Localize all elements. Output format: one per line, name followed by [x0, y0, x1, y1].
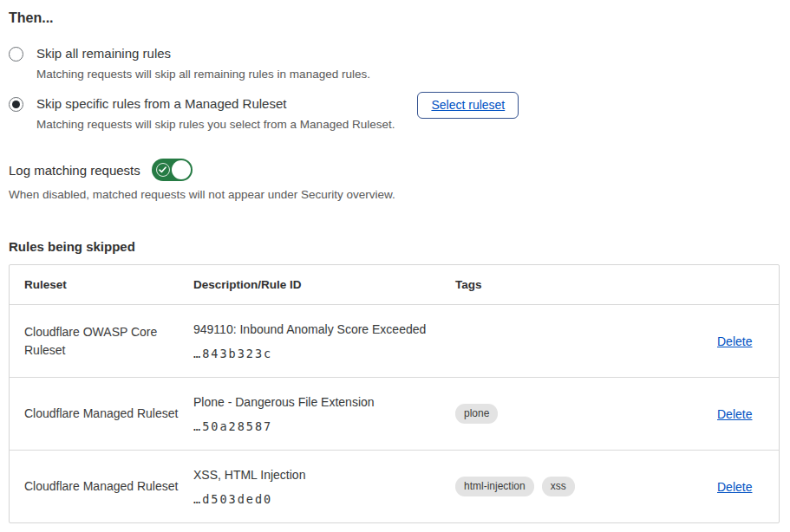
table-row: Cloudflare OWASP Core Ruleset 949110: In… — [10, 304, 779, 377]
radio-skip-all-remaining[interactable] — [9, 47, 23, 62]
rule-id: …50a28587 — [193, 419, 441, 433]
radio-skip-specific[interactable] — [9, 97, 23, 112]
table-row: Cloudflare Managed Ruleset XSS, HTML Inj… — [10, 450, 779, 522]
select-ruleset-button[interactable]: Select ruleset — [417, 92, 519, 119]
then-heading: Then... — [9, 10, 780, 26]
log-toggle[interactable] — [152, 159, 193, 181]
column-header-description: Description/Rule ID — [193, 278, 455, 291]
option-skip-all-remaining-rules: Skip all remaining rules Matching reques… — [9, 45, 780, 81]
table-header-row: Ruleset Description/Rule ID Tags — [10, 265, 779, 304]
radio-label-skip-specific[interactable]: Skip specific rules from a Managed Rules… — [36, 95, 395, 113]
rule-description: Plone - Dangerous File Extension — [193, 394, 441, 410]
rule-description: XSS, HTML Injection — [193, 467, 441, 483]
rules-being-skipped-table: Ruleset Description/Rule ID Tags Cloudfl… — [9, 264, 780, 523]
ruleset-cell: Cloudflare Managed Ruleset — [24, 477, 193, 496]
delete-rule-link[interactable]: Delete — [717, 334, 752, 348]
waf-rule-action-panel: Then... Skip all remaining rules Matchin… — [0, 0, 790, 523]
toggle-knob — [172, 160, 191, 179]
check-icon — [156, 163, 170, 177]
ruleset-cell: Cloudflare Managed Ruleset — [24, 405, 193, 423]
tags-cell: plone — [455, 404, 717, 424]
column-header-ruleset: Ruleset — [24, 278, 193, 291]
radio-label-skip-all[interactable]: Skip all remaining rules — [36, 45, 370, 62]
tag-pill: html-injection — [455, 477, 534, 496]
column-header-tags: Tags — [455, 278, 717, 291]
delete-rule-link[interactable]: Delete — [717, 480, 752, 494]
log-matching-row: Log matching requests — [9, 159, 780, 181]
tags-cell: html-injectionxss — [455, 477, 717, 496]
table-row: Cloudflare Managed Ruleset Plone - Dange… — [10, 377, 779, 450]
option-skip-specific-rules: Skip specific rules from a Managed Rules… — [9, 95, 780, 132]
rule-description: 949110: Inbound Anomaly Score Exceeded — [193, 321, 441, 337]
delete-rule-link[interactable]: Delete — [717, 407, 752, 421]
log-toggle-description: When disabled, matched requests will not… — [9, 188, 780, 201]
radio-desc-skip-all: Matching requests will skip all remainin… — [36, 67, 370, 81]
tag-pill: xss — [542, 477, 575, 496]
rule-id: …d503ded0 — [193, 492, 441, 506]
rule-id: …843b323c — [193, 347, 441, 360]
radio-desc-skip-specific: Matching requests will skip rules you se… — [36, 117, 395, 132]
rules-being-skipped-heading: Rules being skipped — [9, 239, 780, 254]
log-toggle-label: Log matching requests — [9, 163, 140, 178]
ruleset-cell: Cloudflare OWASP Core Ruleset — [24, 323, 193, 360]
tag-pill: plone — [455, 404, 498, 424]
